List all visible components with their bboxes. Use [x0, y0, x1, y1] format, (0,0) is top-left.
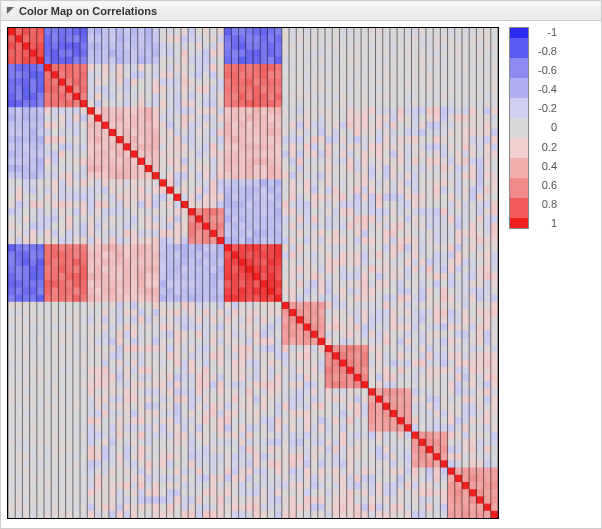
legend-tick: 0.6	[533, 180, 557, 191]
legend-tick: 0.4	[533, 161, 557, 172]
legend-tick: -0.4	[533, 84, 557, 95]
legend-tick: -0.8	[533, 46, 557, 57]
disclosure-triangle-icon[interactable]	[5, 6, 15, 16]
color-map-panel: Color Map on Correlations -1-0.8-0.6-0.4…	[0, 0, 602, 529]
correlation-heatmap	[7, 27, 499, 519]
legend-tick: 0.8	[533, 199, 557, 210]
panel-title: Color Map on Correlations	[19, 5, 157, 17]
legend-tick: -1	[533, 27, 557, 38]
svg-marker-0	[6, 7, 13, 14]
legend-labels: -1-0.8-0.6-0.4-0.200.20.40.60.81	[533, 27, 557, 229]
color-legend: -1-0.8-0.6-0.4-0.200.20.40.60.81	[509, 27, 557, 519]
panel-content: -1-0.8-0.6-0.4-0.200.20.40.60.81	[1, 21, 601, 525]
panel-title-bar[interactable]: Color Map on Correlations	[1, 1, 601, 21]
legend-gradient	[509, 27, 529, 229]
legend-tick: 0.2	[533, 142, 557, 153]
heatmap-canvas	[8, 28, 498, 518]
legend-tick: -0.2	[533, 103, 557, 114]
legend-tick: 1	[533, 218, 557, 229]
legend-tick: -0.6	[533, 65, 557, 76]
legend-tick: 0	[533, 122, 557, 133]
